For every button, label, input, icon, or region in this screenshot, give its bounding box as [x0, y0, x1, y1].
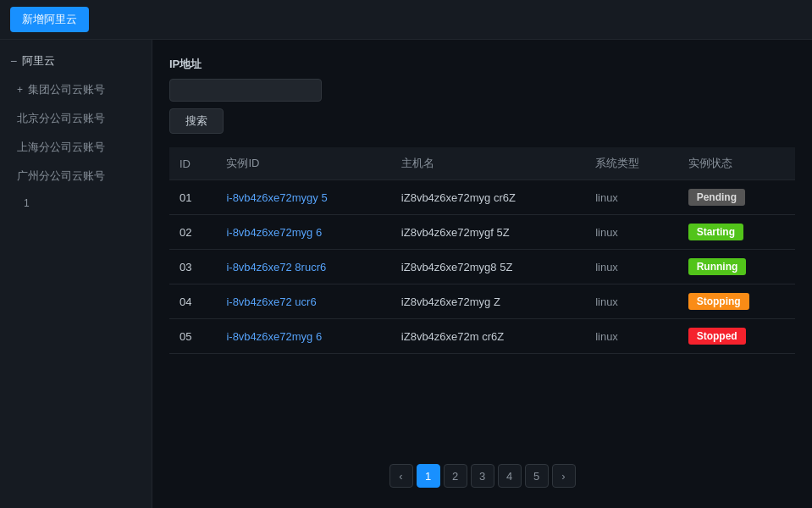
- cell-hostname: iZ8vb4z6xe72myg8 5Z: [391, 250, 585, 284]
- cell-id: 02: [169, 215, 216, 250]
- page-btn-1[interactable]: 1: [417, 464, 440, 488]
- cell-status: Starting: [678, 215, 795, 250]
- collapse-icon: −: [10, 54, 17, 68]
- page-btn-3[interactable]: 3: [471, 464, 494, 488]
- search-button[interactable]: 搜索: [169, 108, 224, 134]
- sidebar-page-num: 1: [0, 190, 152, 216]
- cell-os: linux: [585, 215, 678, 250]
- cell-hostname: iZ8vb4z6xe72myg cr6Z: [391, 180, 585, 215]
- col-header-id: ID: [169, 147, 216, 180]
- sidebar-item-label-shanghai: 上海分公司云账号: [17, 140, 105, 155]
- filter-label: IP地址: [169, 57, 795, 72]
- ip-search-input[interactable]: [169, 79, 322, 102]
- cell-hostname: iZ8vb4z6xe72myg Z: [391, 284, 585, 319]
- cell-hostname: iZ8vb4z6xe72mygf 5Z: [391, 215, 585, 250]
- col-header-hostname: 主机名: [391, 147, 585, 180]
- col-header-os: 系统类型: [585, 147, 678, 180]
- prev-page-button[interactable]: ‹: [389, 464, 413, 488]
- next-page-button[interactable]: ›: [552, 464, 576, 488]
- cell-id: 05: [169, 319, 216, 354]
- cell-instance-id: i-8vb4z6xe72myg 6: [216, 319, 390, 354]
- cell-os: linux: [585, 180, 678, 215]
- table-row: 03 i-8vb4z6xe72 8rucr6 iZ8vb4z6xe72myg8 …: [169, 250, 795, 284]
- main-layout: − 阿里云 + 集团公司云账号 北京分公司云账号 上海分公司云账号 广州分公司云…: [0, 40, 812, 508]
- cell-os: linux: [585, 284, 678, 319]
- cell-os: linux: [585, 250, 678, 284]
- page-btn-4[interactable]: 4: [498, 464, 522, 488]
- cell-instance-id: i-8vb4z6xe72 8rucr6: [216, 250, 390, 284]
- sidebar-item-label-beijing: 北京分公司云账号: [17, 111, 105, 126]
- add-aliyun-button[interactable]: 新增阿里云: [10, 7, 89, 32]
- cell-instance-id: i-8vb4z6xe72myg 6: [216, 215, 390, 250]
- page-btn-5[interactable]: 5: [525, 464, 549, 488]
- cell-instance-id: i-8vb4z6xe72mygy 5: [216, 180, 390, 215]
- sidebar-item-add-account[interactable]: + 集团公司云账号: [0, 75, 152, 104]
- cell-status: Pending: [678, 180, 795, 215]
- cell-status: Stopped: [678, 319, 795, 354]
- top-bar: 新增阿里云: [0, 0, 812, 40]
- cell-id: 04: [169, 284, 216, 319]
- table-row: 01 i-8vb4z6xe72mygy 5 iZ8vb4z6xe72myg cr…: [169, 180, 795, 215]
- col-header-instance-id: 实例ID: [216, 147, 390, 180]
- cell-instance-id: i-8vb4z6xe72 ucr6: [216, 284, 390, 319]
- sidebar: − 阿里云 + 集团公司云账号 北京分公司云账号 上海分公司云账号 广州分公司云…: [0, 40, 152, 508]
- table-header-row: ID 实例ID 主机名 系统类型 实例状态: [169, 147, 795, 180]
- table-row: 05 i-8vb4z6xe72myg 6 iZ8vb4z6xe72m cr6Z …: [169, 319, 795, 354]
- cell-status: Stopping: [678, 284, 795, 319]
- filter-section: IP地址 搜索: [169, 57, 795, 134]
- instances-table: ID 实例ID 主机名 系统类型 实例状态 01 i-8vb4z6xe72myg…: [169, 147, 795, 354]
- sidebar-item-label-guangzhou: 广州分公司云账号: [17, 168, 105, 184]
- sidebar-item-guangzhou[interactable]: 广州分公司云账号: [0, 162, 152, 190]
- sidebar-group-aliyun[interactable]: − 阿里云: [0, 47, 152, 75]
- table-row: 02 i-8vb4z6xe72myg 6 iZ8vb4z6xe72mygf 5Z…: [169, 215, 795, 250]
- table-wrapper: ID 实例ID 主机名 系统类型 实例状态 01 i-8vb4z6xe72myg…: [169, 147, 795, 454]
- pagination: ‹ 1 2 3 4 5 ›: [169, 454, 795, 491]
- sidebar-item-label-add-account: 集团公司云账号: [28, 82, 105, 97]
- page-btn-2[interactable]: 2: [444, 464, 467, 488]
- cell-id: 01: [169, 180, 216, 215]
- sidebar-item-beijing[interactable]: 北京分公司云账号: [0, 104, 152, 133]
- table-row: 04 i-8vb4z6xe72 ucr6 iZ8vb4z6xe72myg Z l…: [169, 284, 795, 319]
- cell-status: Running: [678, 250, 795, 284]
- plus-icon: +: [17, 84, 23, 96]
- col-header-status: 实例状态: [678, 147, 795, 180]
- sidebar-group-label: 阿里云: [22, 53, 55, 69]
- sidebar-item-shanghai[interactable]: 上海分公司云账号: [0, 133, 152, 162]
- cell-os: linux: [585, 319, 678, 354]
- cell-id: 03: [169, 250, 216, 284]
- content-area: IP地址 搜索 ID 实例ID 主机名 系统类型 实例状态 01 i: [152, 40, 812, 508]
- cell-hostname: iZ8vb4z6xe72m cr6Z: [391, 319, 585, 354]
